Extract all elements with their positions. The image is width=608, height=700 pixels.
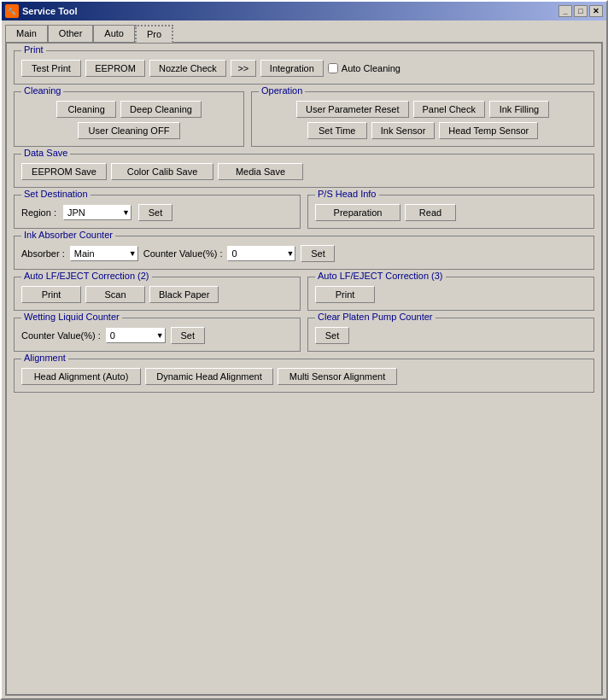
panel-check-button[interactable]: Panel Check: [413, 101, 485, 118]
wetting-liquid-label: Wetting Liquid Counter: [21, 312, 122, 322]
wetting-set-button[interactable]: Set: [171, 327, 205, 344]
tab-auto[interactable]: Auto: [93, 25, 135, 43]
multi-sensor-alignment-button[interactable]: Multi Sensor Alignment: [278, 368, 397, 385]
ink-sensor-button[interactable]: Ink Sensor: [371, 122, 436, 139]
window-title: Service Tool: [22, 6, 78, 16]
read-button[interactable]: Read: [405, 204, 456, 221]
eeprom-save-button[interactable]: EEPROM Save: [21, 163, 107, 180]
absorber-dropdown-wrapper: Main ▼: [70, 246, 138, 261]
head-temp-sensor-button[interactable]: Head Temp Sensor: [439, 122, 538, 139]
title-bar: 🔧 Service Tool _ □ ✕: [2, 2, 606, 20]
head-alignment-auto-button[interactable]: Head Alignment (Auto): [21, 368, 141, 385]
auto-lf-eject-2-content: Print Scan Black Paper: [21, 286, 293, 303]
ink-absorber-group: Ink Absorber Counter Absorber : Main ▼ C…: [14, 236, 594, 270]
ps-head-info-label: P/S Head Info: [315, 189, 379, 199]
alignment-group-label: Alignment: [21, 353, 68, 363]
data-save-group-label: Data Save: [21, 148, 70, 158]
clear-platen-group: Clear Platen Pump Counter Set: [307, 318, 594, 352]
lf-eject-2-print-button[interactable]: Print: [21, 286, 81, 303]
tab-bar: Main Other Auto Pro: [5, 24, 603, 42]
clear-platen-label: Clear Platen Pump Counter: [315, 312, 436, 322]
auto-lf-eject-3-content: Print: [315, 286, 587, 303]
ps-head-content: Preparation Read: [315, 204, 587, 221]
app-icon: 🔧: [5, 4, 19, 18]
alignment-content: Head Alignment (Auto) Dynamic Head Align…: [21, 368, 587, 385]
auto-cleaning-label: Auto Cleaning: [328, 63, 400, 73]
title-bar-left: 🔧 Service Tool: [5, 4, 78, 18]
cleaning-row2: User Cleaning OFF: [78, 122, 180, 139]
tab-other[interactable]: Other: [48, 25, 94, 43]
operation-row2: Set Time Ink Sensor Head Temp Sensor: [307, 122, 539, 139]
print-group: Print Test Print EEPROM Nozzle Check >> …: [14, 50, 594, 85]
lf-eject-2-scan-button[interactable]: Scan: [85, 286, 145, 303]
maximize-button[interactable]: □: [574, 5, 588, 17]
cleaning-operation-row: Cleaning Cleaning Deep Cleaning User Cle…: [14, 91, 594, 147]
wetting-dropdown-wrapper: 0 ▼: [106, 328, 166, 343]
absorber-dropdown[interactable]: Main: [70, 246, 138, 261]
title-buttons: _ □ ✕: [558, 5, 603, 17]
counter-value-label: Counter Value(%) :: [143, 248, 223, 259]
auto-cleaning-text: Auto Cleaning: [342, 63, 400, 73]
cleaning-group: Cleaning Cleaning Deep Cleaning User Cle…: [14, 91, 244, 147]
close-button[interactable]: ✕: [589, 5, 603, 17]
region-dropdown-wrapper: JPN ▼: [63, 205, 132, 220]
clear-platen-set-button[interactable]: Set: [315, 327, 349, 344]
deep-cleaning-button[interactable]: Deep Cleaning: [120, 101, 202, 118]
lf-eject-3-print-button[interactable]: Print: [315, 286, 375, 303]
test-print-button[interactable]: Test Print: [21, 60, 81, 77]
wetting-counter-label: Counter Value(%) :: [21, 330, 101, 341]
ps-head-info-group: P/S Head Info Preparation Read: [307, 195, 594, 229]
cleaning-group-content: Cleaning Deep Cleaning User Cleaning OFF: [21, 101, 237, 139]
wetting-liquid-content: Counter Value(%) : 0 ▼ Set: [21, 327, 293, 344]
operation-group: Operation User Parameter Reset Panel Che…: [251, 91, 594, 147]
set-destination-label: Set Destination: [21, 189, 91, 199]
auto-lf-eject-3-label: Auto LF/EJECT Correction (3): [315, 271, 446, 281]
data-save-group: Data Save EEPROM Save Color Calib Save M…: [14, 154, 594, 188]
media-save-button[interactable]: Media Save: [218, 163, 303, 180]
main-window: 🔧 Service Tool _ □ ✕ Main Other Auto Pro…: [0, 0, 608, 700]
black-paper-button[interactable]: Black Paper: [149, 286, 219, 303]
region-label: Region :: [21, 207, 56, 218]
data-save-group-content: EEPROM Save Color Calib Save Media Save: [21, 163, 587, 180]
print-group-content: Test Print EEPROM Nozzle Check >> Integr…: [21, 60, 587, 77]
cleaning-button[interactable]: Cleaning: [56, 101, 116, 118]
tab-main[interactable]: Main: [5, 25, 48, 43]
alignment-group: Alignment Head Alignment (Auto) Dynamic …: [14, 359, 594, 393]
preparation-button[interactable]: Preparation: [315, 204, 400, 221]
eeprom-button[interactable]: EEPROM: [85, 60, 145, 77]
user-param-reset-button[interactable]: User Parameter Reset: [296, 101, 408, 118]
counter-dropdown-wrapper: 0 ▼: [227, 246, 295, 261]
auto-lf-eject-2-label: Auto LF/EJECT Correction (2): [21, 271, 152, 281]
ink-filling-button[interactable]: Ink Filling: [489, 101, 549, 118]
set-destination-group: Set Destination Region : JPN ▼ Set: [14, 195, 301, 229]
destination-pshead-row: Set Destination Region : JPN ▼ Set: [14, 195, 594, 229]
wetting-clear-row: Wetting Liquid Counter Counter Value(%) …: [14, 318, 594, 352]
main-panel: Print Test Print EEPROM Nozzle Check >> …: [5, 42, 603, 696]
tab-pro[interactable]: Pro: [135, 25, 173, 43]
integration-button[interactable]: Integration: [260, 60, 324, 77]
set-destination-set-button[interactable]: Set: [138, 204, 172, 221]
absorber-label-text: Absorber :: [21, 248, 65, 259]
absorber-set-button[interactable]: Set: [301, 245, 335, 262]
wetting-dropdown[interactable]: 0: [106, 328, 166, 343]
absorber-content: Absorber : Main ▼ Counter Value(%) : 0 ▼: [21, 245, 587, 262]
auto-lf-eject-3-group: Auto LF/EJECT Correction (3) Print: [307, 277, 594, 311]
counter-dropdown[interactable]: 0: [227, 246, 295, 261]
arrow-button[interactable]: >>: [231, 60, 256, 77]
region-dropdown[interactable]: JPN: [63, 205, 132, 220]
auto-cleaning-checkbox[interactable]: [328, 63, 338, 73]
color-calib-save-button[interactable]: Color Calib Save: [111, 163, 213, 180]
user-cleaning-off-button[interactable]: User Cleaning OFF: [78, 122, 180, 139]
minimize-button[interactable]: _: [558, 5, 572, 17]
nozzle-check-button[interactable]: Nozzle Check: [149, 60, 226, 77]
content-area: Main Other Auto Pro Print Test Print EEP…: [2, 20, 606, 698]
dynamic-head-alignment-button[interactable]: Dynamic Head Alignment: [145, 368, 273, 385]
set-time-button[interactable]: Set Time: [307, 122, 367, 139]
auto-lf-eject-row: Auto LF/EJECT Correction (2) Print Scan …: [14, 277, 594, 311]
operation-row1: User Parameter Reset Panel Check Ink Fil…: [296, 101, 549, 118]
auto-lf-eject-2-group: Auto LF/EJECT Correction (2) Print Scan …: [14, 277, 301, 311]
operation-group-content: User Parameter Reset Panel Check Ink Fil…: [259, 101, 587, 139]
cleaning-row1: Cleaning Deep Cleaning: [56, 101, 202, 118]
clear-platen-content: Set: [315, 327, 587, 344]
set-destination-content: Region : JPN ▼ Set: [21, 204, 293, 221]
